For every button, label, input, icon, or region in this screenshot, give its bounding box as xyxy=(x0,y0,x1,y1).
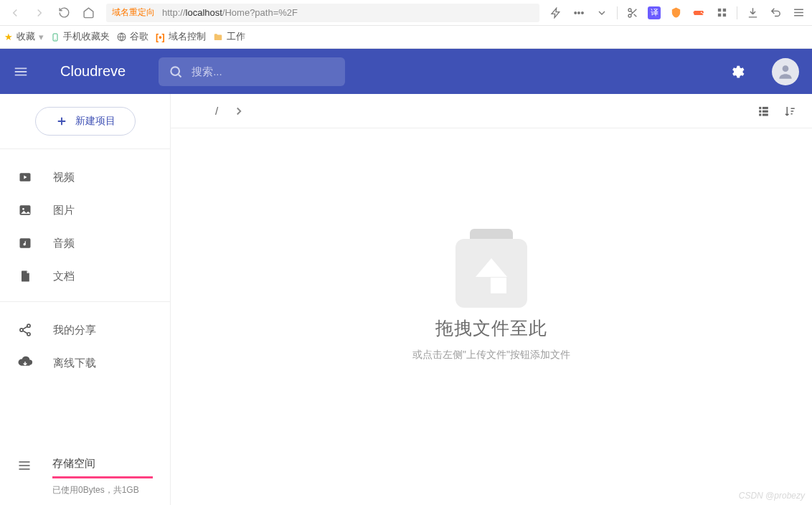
nav-section-tools: 我的分享 离线下载 xyxy=(0,302,170,388)
sidebar-item-image[interactable]: 图片 xyxy=(0,194,170,227)
search-input[interactable] xyxy=(192,65,335,77)
url-redirect-badge: 域名重定向 xyxy=(112,6,155,19)
new-item-label: 新建项目 xyxy=(75,115,115,128)
forward-button[interactable] xyxy=(30,4,49,22)
sidebar-item-video[interactable]: 视频 xyxy=(0,161,170,194)
breadcrumb-root[interactable]: / xyxy=(215,105,218,117)
sidebar-label: 视频 xyxy=(53,171,75,184)
doc-icon xyxy=(17,269,33,283)
undo-icon[interactable] xyxy=(768,5,783,21)
svg-rect-4 xyxy=(717,14,720,16)
browser-toolbar: 域名重定向 http://localhost/Home?path=%2F •••… xyxy=(0,0,812,26)
chevron-down-icon[interactable] xyxy=(594,5,610,21)
bookmark-domain[interactable]: [•]域名控制 xyxy=(156,31,206,43)
sidebar-item-doc[interactable]: 文档 xyxy=(0,260,170,293)
svg-rect-21 xyxy=(759,113,761,115)
svg-point-12 xyxy=(22,208,24,210)
sidebar-item-offline[interactable]: 离线下载 xyxy=(0,346,170,379)
download-icon[interactable] xyxy=(745,5,760,21)
bookmark-favorites[interactable]: ★收藏▾ xyxy=(4,31,44,43)
storage-progress xyxy=(52,476,153,478)
address-bar[interactable]: 域名重定向 http://localhost/Home?path=%2F xyxy=(106,4,539,22)
watermark: CSDN @probezy xyxy=(739,491,805,501)
search-box[interactable] xyxy=(159,57,345,86)
svg-rect-22 xyxy=(763,113,768,115)
empty-subtitle: 或点击左侧"上传文件"按钮添加文件 xyxy=(412,349,570,362)
upload-illustration xyxy=(448,229,534,308)
reload-button[interactable] xyxy=(55,4,73,22)
view-list-button[interactable] xyxy=(757,104,770,118)
app-title: Cloudreve xyxy=(60,63,126,80)
empty-dropzone[interactable]: 拖拽文件至此 或点击左侧"上传文件"按钮添加文件 xyxy=(171,128,812,505)
svg-point-0 xyxy=(628,9,631,11)
user-avatar[interactable] xyxy=(772,58,799,85)
storage-usage: 已使用0Bytes，共1GB xyxy=(52,484,153,496)
svg-rect-20 xyxy=(763,110,768,113)
scissors-icon[interactable] xyxy=(625,5,641,21)
svg-point-8 xyxy=(171,67,180,75)
empty-title: 拖拽文件至此 xyxy=(435,316,547,340)
gamepad-icon[interactable] xyxy=(691,5,707,21)
sidebar-label: 图片 xyxy=(53,204,75,217)
url-text: http://localhost/Home?path=%2F xyxy=(162,7,298,18)
sort-button[interactable] xyxy=(783,105,796,118)
browser-right-tools: ••• 译 xyxy=(548,5,806,21)
nav-section-filetypes: 视频 图片 音频 文档 xyxy=(0,149,170,302)
svg-rect-17 xyxy=(759,107,761,109)
content: 新建项目 视频 图片 音频 文档 我的分享 xyxy=(0,94,812,505)
shield-icon[interactable] xyxy=(668,5,684,21)
app-header: Cloudreve xyxy=(0,49,812,94)
drawer-toggle[interactable] xyxy=(13,64,30,80)
svg-rect-18 xyxy=(763,107,768,109)
new-item-button[interactable]: 新建项目 xyxy=(35,107,136,136)
storage-panel: 存储空间 已使用0Bytes，共1GB xyxy=(0,457,170,505)
storage-label: 存储空间 xyxy=(52,457,153,471)
bookmark-google[interactable]: 谷歌 xyxy=(117,31,148,43)
search-icon xyxy=(169,65,183,79)
breadcrumb-bar: / xyxy=(171,94,812,128)
sidebar-label: 文档 xyxy=(53,270,75,283)
svg-rect-5 xyxy=(722,14,725,16)
menu-icon[interactable] xyxy=(790,5,806,21)
flash-icon[interactable] xyxy=(548,5,564,21)
share-icon xyxy=(17,323,33,337)
sidebar-label: 我的分享 xyxy=(53,324,96,337)
bookmark-mobile[interactable]: 手机收藏夹 xyxy=(51,31,110,43)
sidebar-label: 音频 xyxy=(53,237,75,250)
svg-point-9 xyxy=(783,65,789,72)
translate-icon[interactable]: 译 xyxy=(648,6,661,19)
bookmark-work[interactable]: 工作 xyxy=(213,31,245,43)
svg-rect-2 xyxy=(717,9,720,11)
sidebar-item-share[interactable]: 我的分享 xyxy=(0,313,170,346)
svg-rect-19 xyxy=(759,110,761,113)
home-button[interactable] xyxy=(79,4,98,22)
sidebar: 新建项目 视频 图片 音频 文档 我的分享 xyxy=(0,94,171,505)
image-icon xyxy=(17,203,33,217)
chevron-right-icon xyxy=(232,105,245,118)
appgrid-icon[interactable] xyxy=(714,5,730,21)
more-icon[interactable]: ••• xyxy=(571,5,587,21)
sidebar-label: 离线下载 xyxy=(53,357,96,370)
video-icon xyxy=(17,170,33,184)
cloud-download-icon xyxy=(17,355,33,371)
bookmarks-bar: ★收藏▾ 手机收藏夹 谷歌 [•]域名控制 工作 xyxy=(0,26,812,49)
main-area: / 拖拽文件至此 或点击左侧"上传文件"按钮添加文件 CSDN @probezy xyxy=(171,94,812,505)
settings-button[interactable] xyxy=(729,64,745,80)
svg-point-1 xyxy=(628,14,631,17)
audio-icon xyxy=(17,236,33,250)
back-button[interactable] xyxy=(6,4,24,22)
plus-icon xyxy=(55,115,68,128)
svg-rect-3 xyxy=(722,9,725,11)
sidebar-item-audio[interactable]: 音频 xyxy=(0,227,170,260)
storage-icon xyxy=(17,457,32,496)
